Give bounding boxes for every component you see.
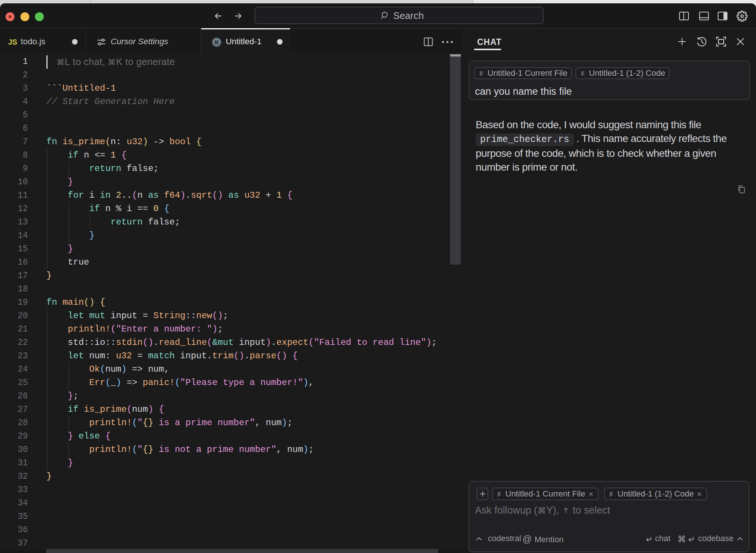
svg-text:R: R [215, 39, 219, 45]
